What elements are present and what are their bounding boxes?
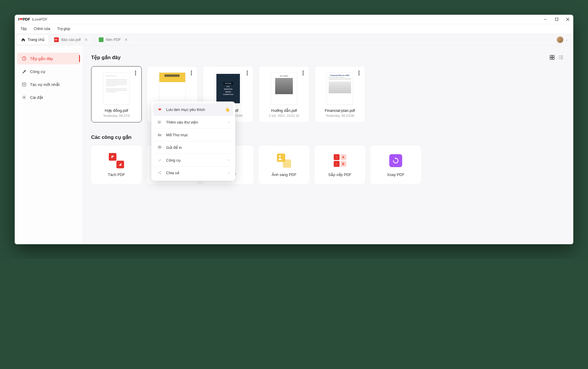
tab-label: Nén PDF [106,38,121,42]
file-date: Yesterday, 09:23:0 [94,114,138,117]
ctx-label: Mở Thư mục [166,133,188,137]
sidebar-label: Tác vụ mới nhất [30,82,60,87]
tab-separator [49,37,49,42]
sidebar-item-tasks[interactable]: Tác vụ mới nhất [17,79,80,90]
file-card[interactable]: the reader Hướng dẫn.pdf 2 oct. 2021, 10… [259,66,309,122]
ctx-label: Gửi để in [166,145,182,150]
gear-icon [22,95,26,100]
image-icon [276,153,292,168]
wrench-icon [22,69,26,74]
file-name: Hợp đồng.pdf [94,108,138,113]
tool-split[interactable]: Tách PDF [91,146,142,184]
file-more-button[interactable] [356,69,362,77]
section-title-recent: Tệp gần đây [91,54,121,61]
svg-point-26 [158,172,159,173]
ctx-open-folder[interactable]: Mở Thư mục [153,128,233,141]
sidebar-label: Tệp gần đây [30,56,53,61]
ctx-print[interactable]: Gửi để in [153,141,233,154]
file-thumbnail [159,72,186,105]
split-icon [109,153,124,168]
ctx-label: Thêm vào thư viện [166,120,198,124]
file-more-button[interactable] [244,69,250,77]
chevron-right-icon: › [228,171,229,175]
sidebar-label: Công cụ [30,69,45,74]
avatar [556,36,564,44]
ctx-share[interactable]: Chia sẻ › [153,166,233,179]
ctx-label: Lưu làm mục yêu thích [166,107,205,112]
file-date: Yesterday, 09:23:08 [318,114,362,117]
app-name: iLovePDF [32,17,48,21]
file-thumbnail: the reader [271,72,297,105]
file-more-button[interactable] [133,69,138,77]
share-icon [157,170,162,175]
svg-point-8 [24,97,25,98]
svg-rect-10 [552,55,554,57]
file-thumbnail [103,72,130,105]
tab-compress[interactable]: Nén PDF ✕ [95,35,133,44]
tab-home[interactable]: Trang chủ [17,35,49,44]
sidebar-item-recent[interactable]: Tệp gần đây [17,53,80,64]
svg-rect-20 [158,121,159,124]
user-menu[interactable]: ⌄ [556,36,571,44]
menu-edit[interactable]: Chỉnh sửa [31,26,53,32]
tool-image-to-pdf[interactable]: Ảnh sang PDF [259,146,309,184]
wrench-icon [157,158,162,162]
svg-rect-25 [158,148,161,149]
ctx-library[interactable]: Thêm vào thư viện › [153,116,233,128]
tab-separator [94,37,94,42]
file-thumbnail: Financial Plan for 2022 [327,72,353,105]
tool-organize[interactable]: ↑↓ AB Sắp xếp PDF [315,146,365,184]
sidebar-label: Cài đặt [30,95,43,100]
file-more-button[interactable] [188,69,194,77]
view-grid-button[interactable] [549,54,556,61]
printer-icon [157,145,162,150]
file-more-button[interactable] [300,69,306,77]
rotate-icon [388,153,403,168]
heart-icon: ❤ [157,107,162,112]
folder-icon [157,132,162,137]
tab-close-button[interactable]: ✕ [83,37,89,42]
ctx-favorite[interactable]: ❤ Lưu làm mục yêu thích 👆 [153,103,233,116]
list-icon [22,82,26,87]
view-list-button[interactable] [557,54,564,61]
svg-rect-11 [550,58,552,59]
context-menu: ❤ Lưu làm mục yêu thích 👆 Thêm vào thư v… [151,102,235,181]
close-button[interactable] [566,17,570,21]
menu-help[interactable]: Trợ giúp [54,26,73,32]
sidebar-item-settings[interactable]: Cài đặt [17,92,80,103]
tool-rotate[interactable]: Xoay PDF [370,146,421,184]
chevron-right-icon: › [228,158,229,162]
app-logo: I❤PDF [18,17,30,21]
file-name: Financial-plan.pdf [318,108,362,113]
clock-icon [22,56,26,61]
library-icon [157,120,162,124]
chevron-right-icon: › [228,120,229,124]
tab-close-button[interactable]: ✕ [123,37,129,42]
svg-rect-9 [550,55,552,57]
file-date: 2 oct. 2021, 10:51:10 [262,114,306,117]
tool-label: Ảnh sang PDF [272,172,297,177]
minimize-button[interactable] [543,17,547,21]
svg-point-28 [160,173,161,174]
tool-label: Xoay PDF [387,172,404,177]
svg-point-17 [559,59,559,59]
svg-point-27 [160,171,161,172]
menu-file[interactable]: Tệp [18,26,30,32]
file-card[interactable]: Financial Plan for 2022 Financial-plan.p… [315,66,365,122]
home-icon [21,38,25,42]
ctx-label: Chia sẻ [166,171,179,175]
tabbar: Trang chủ Báo cáo.pdf ✕ Nén PDF ✕ ⌄ [15,34,573,46]
sidebar-item-tools[interactable]: Công cụ [17,66,80,77]
tab-document[interactable]: Báo cáo.pdf ✕ [50,35,93,44]
svg-rect-12 [552,58,554,59]
app-window: I❤PDF iLovePDF Tệp Chỉnh sửa Trợ giúp Tr… [15,15,573,244]
file-name: Hướng dẫn.pdf [262,108,306,113]
svg-rect-23 [158,146,161,147]
ctx-tools[interactable]: Công cụ › [153,154,233,166]
file-card[interactable]: Hợp đồng.pdf Yesterday, 09:23:0 [91,66,142,122]
maximize-button[interactable] [554,17,559,21]
svg-point-19 [279,155,281,157]
compress-icon [99,37,103,42]
svg-line-30 [159,173,160,174]
svg-rect-22 [160,121,161,124]
